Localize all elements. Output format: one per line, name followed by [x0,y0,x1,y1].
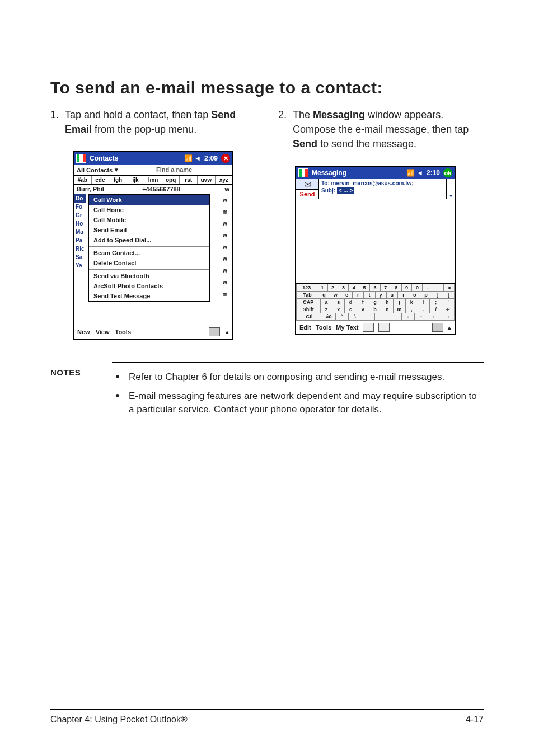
key[interactable]: y [376,292,387,299]
key[interactable]: a [321,299,333,306]
send-button[interactable]: Send [296,189,318,199]
key[interactable]: ` [336,313,349,321]
key[interactable]: . [418,306,430,313]
key[interactable]: ◄ [444,284,455,292]
key[interactable]: i [398,292,409,299]
service-icon[interactable] [363,323,374,332]
key[interactable]: k [406,299,418,306]
alpha-tab[interactable]: lmn [144,176,162,184]
menu-item-call-home[interactable]: Call Home [89,205,209,215]
alpha-tab[interactable]: xyz [216,176,233,184]
key[interactable]: Shift [296,306,321,313]
menu-tools[interactable]: Tools [115,328,132,335]
alpha-tab[interactable]: cde [92,176,110,184]
key[interactable]: 3 [338,284,349,292]
key[interactable] [362,313,376,321]
menu-item-send-email[interactable]: Send Email [89,225,209,235]
message-body[interactable] [296,199,455,284]
key[interactable]: j [394,299,406,306]
subject-field[interactable]: Subj: < ... > [321,187,444,194]
menu-mytext[interactable]: My Text [336,324,358,331]
key[interactable]: = [433,284,444,292]
alpha-tab[interactable]: rst [180,176,198,184]
key[interactable]: ; [430,299,442,306]
key[interactable]: ← [428,313,442,321]
menu-view[interactable]: View [96,328,110,335]
key[interactable]: r [353,292,364,299]
key[interactable]: áū [322,313,336,321]
key[interactable]: 123 [296,284,317,292]
key[interactable]: g [369,299,382,306]
menu-item-send-text-message[interactable]: Send Text Message [89,291,209,301]
up-arrow-icon[interactable]: ▴ [226,328,229,336]
menu-item-send-via-bluetooth[interactable]: Send via Bluetooth [89,271,209,281]
key[interactable]: [ [432,292,443,299]
key[interactable]: 8 [391,284,402,292]
key[interactable]: 2 [328,284,339,292]
key[interactable]: CAP [296,299,321,306]
key[interactable]: c [345,306,357,313]
alpha-tab[interactable]: fgh [109,176,127,184]
key[interactable]: p [420,292,432,299]
key[interactable]: 5 [359,284,370,292]
key[interactable]: / [430,306,442,313]
key[interactable]: s [332,299,345,306]
key[interactable]: ↑ [415,313,428,321]
menu-tools[interactable]: Tools [316,324,332,331]
key[interactable]: 6 [370,284,381,292]
key[interactable]: 1 [317,284,328,292]
menu-new[interactable]: New [77,328,90,335]
dropdown-icon[interactable]: ▾ [449,192,452,199]
key[interactable]: h [381,299,394,306]
key[interactable]: d [345,299,357,306]
menu-item-delete-contact[interactable]: Delete Contact [89,258,209,268]
key[interactable]: 9 [402,284,413,292]
context-menu[interactable]: Call WorkCall HomeCall MobileSend EmailA… [88,194,210,302]
key[interactable]: u [387,292,398,299]
menu-edit[interactable]: Edit [299,324,311,331]
key[interactable]: ' [442,299,455,306]
key[interactable]: z [321,306,333,313]
account-icon[interactable] [378,323,390,332]
key[interactable]: ] [443,292,455,299]
key[interactable]: n [381,306,394,313]
onscreen-keyboard[interactable]: 1231234567890-=◄Tabqwertyuiop[]CAPasdfgh… [296,284,455,321]
key[interactable]: 7 [381,284,391,292]
key[interactable]: \ [349,313,362,321]
menu-item-call-mobile[interactable]: Call Mobile [89,215,209,225]
key[interactable]: b [369,306,382,313]
key[interactable]: ↵ [442,306,455,313]
key[interactable]: o [409,292,420,299]
up-arrow-icon[interactable]: ▴ [448,324,451,331]
key[interactable]: e [341,292,353,299]
key[interactable]: w [330,292,341,299]
key[interactable]: Tab [296,292,318,299]
key[interactable]: 0 [412,284,423,292]
alpha-tab[interactable]: ijk [127,176,145,184]
key[interactable]: Ctl [296,313,322,321]
key[interactable]: f [357,299,369,306]
key[interactable]: 4 [349,284,359,292]
key[interactable] [375,313,388,321]
key[interactable]: → [441,313,455,321]
menu-item-beam-contact-[interactable]: Beam Contact... [89,248,209,258]
alpha-tab[interactable]: uvw [198,176,216,184]
key[interactable]: , [406,306,418,313]
find-name-field[interactable]: Find a name [153,165,232,175]
menu-item-add-to-speed-dial-[interactable]: Add to Speed Dial... [89,235,209,245]
key[interactable]: - [423,284,433,292]
key[interactable]: v [357,306,369,313]
all-contacts-dropdown[interactable]: All Contacts▾ [74,165,153,175]
to-field[interactable]: To: mervin_marcos@asus.com.tw; [321,180,444,186]
key[interactable]: l [418,299,430,306]
menu-item-arcsoft-photo-contacts[interactable]: ArcSoft Photo Contacts [89,281,209,291]
alpha-tab[interactable]: opq [162,176,180,184]
key[interactable] [388,313,402,321]
key[interactable]: t [364,292,375,299]
key[interactable]: x [332,306,345,313]
key[interactable]: m [394,306,406,313]
menu-item-call-work[interactable]: Call Work [89,195,209,205]
keyboard-icon[interactable] [209,327,220,336]
alpha-tab[interactable]: #ab [74,176,92,184]
key[interactable]: ↓ [402,313,415,321]
